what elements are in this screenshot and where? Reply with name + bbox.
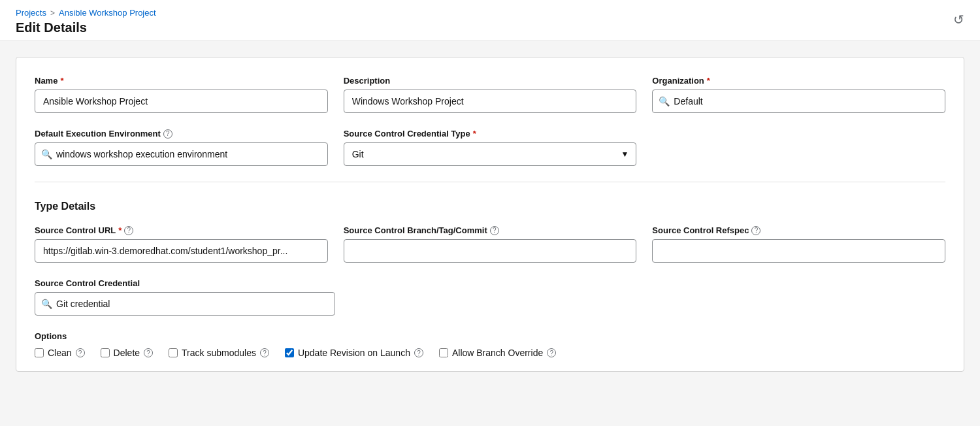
- source-branch-input[interactable]: [344, 239, 637, 263]
- track-submodules-checkbox[interactable]: [169, 348, 178, 357]
- update-revision-checkbox-item[interactable]: Update Revision on Launch ?: [285, 348, 423, 358]
- row-name-desc-org: Name * Description Organization * 🔍: [35, 76, 945, 113]
- allow-branch-label: Allow Branch Override: [452, 348, 543, 358]
- type-details-divider: [35, 182, 945, 182]
- delete-checkbox[interactable]: [101, 348, 110, 357]
- form-group-scm-type: Source Control Credential Type * Git SVN…: [344, 129, 637, 166]
- source-refspec-input[interactable]: [652, 239, 945, 263]
- clean-checkbox-item[interactable]: Clean ?: [35, 348, 85, 358]
- form-group-organization: Organization * 🔍: [652, 76, 945, 113]
- row-credential: Source Control Credential 🔍: [35, 278, 945, 316]
- breadcrumb-separator: >: [50, 8, 55, 18]
- form-group-source-refspec: Source Control Refspec ?: [652, 225, 945, 263]
- options-section: Options Clean ? Delete ? Track submod: [35, 331, 945, 358]
- form-group-name: Name *: [35, 76, 328, 113]
- description-label: Description: [344, 76, 637, 86]
- execution-env-input[interactable]: [35, 142, 328, 166]
- update-revision-help-icon[interactable]: ?: [414, 348, 423, 357]
- breadcrumb-projects-link[interactable]: Projects: [16, 8, 46, 18]
- update-revision-label: Update Revision on Launch: [298, 348, 410, 358]
- credential-input[interactable]: [35, 292, 335, 316]
- scm-type-required: *: [473, 129, 476, 139]
- main-content: Name * Description Organization * 🔍: [0, 41, 980, 387]
- source-refspec-label: Source Control Refspec ?: [652, 225, 945, 235]
- page-title: Edit Details: [16, 20, 964, 35]
- org-required: *: [707, 76, 710, 86]
- source-url-required: *: [118, 225, 122, 235]
- allow-branch-checkbox-item[interactable]: Allow Branch Override ?: [439, 348, 556, 358]
- execution-env-wrapper: 🔍: [35, 142, 328, 166]
- form-card: Name * Description Organization * 🔍: [16, 57, 964, 372]
- history-icon[interactable]: ↺: [953, 12, 964, 27]
- options-row: Clean ? Delete ? Track submodules ?: [35, 348, 945, 358]
- name-label: Name *: [35, 76, 328, 86]
- top-bar: Projects > Ansible Workshop Project Edit…: [0, 0, 980, 41]
- delete-help-icon[interactable]: ?: [144, 348, 153, 357]
- organization-input[interactable]: [652, 90, 945, 113]
- scm-type-select-wrapper: Git SVN Insights Remote Archive ▼: [344, 142, 637, 166]
- organization-field-wrapper: 🔍: [652, 90, 945, 113]
- allow-branch-checkbox[interactable]: [439, 348, 448, 357]
- breadcrumb-current: Ansible Workshop Project: [59, 8, 156, 18]
- credential-wrapper: 🔍: [35, 292, 335, 316]
- form-group-placeholder: [652, 129, 945, 166]
- row-source-url-branch-refspec: Source Control URL * ? Source Control Br…: [35, 225, 945, 263]
- name-input[interactable]: [35, 90, 328, 113]
- source-branch-label: Source Control Branch/Tag/Commit ?: [344, 225, 637, 235]
- scm-type-label: Source Control Credential Type *: [344, 129, 637, 139]
- clean-help-icon[interactable]: ?: [76, 348, 85, 357]
- form-group-source-branch: Source Control Branch/Tag/Commit ?: [344, 225, 637, 263]
- update-revision-checkbox[interactable]: [285, 348, 294, 357]
- row-exec-scm: Default Execution Environment ? 🔍 Source…: [35, 129, 945, 166]
- source-url-label: Source Control URL * ?: [35, 225, 328, 235]
- clean-checkbox[interactable]: [35, 348, 44, 357]
- form-group-description: Description: [344, 76, 637, 113]
- track-submodules-help-icon[interactable]: ?: [260, 348, 269, 357]
- form-group-credential: Source Control Credential 🔍: [35, 278, 335, 316]
- name-required: *: [60, 76, 63, 86]
- source-url-input[interactable]: [35, 239, 328, 263]
- delete-checkbox-item[interactable]: Delete ?: [101, 348, 153, 358]
- track-submodules-checkbox-item[interactable]: Track submodules ?: [169, 348, 269, 358]
- form-group-execution-env: Default Execution Environment ? 🔍: [35, 129, 328, 166]
- clean-label: Clean: [48, 348, 72, 358]
- type-details-title: Type Details: [35, 198, 945, 212]
- form-group-source-url: Source Control URL * ?: [35, 225, 328, 263]
- options-label: Options: [35, 331, 945, 341]
- delete-label: Delete: [114, 348, 140, 358]
- source-branch-help-icon[interactable]: ?: [490, 226, 499, 235]
- source-refspec-help-icon[interactable]: ?: [751, 226, 760, 235]
- organization-label: Organization *: [652, 76, 945, 86]
- allow-branch-help-icon[interactable]: ?: [547, 348, 556, 357]
- description-input[interactable]: [344, 90, 637, 113]
- credential-label: Source Control Credential: [35, 278, 335, 288]
- track-submodules-label: Track submodules: [182, 348, 256, 358]
- breadcrumb: Projects > Ansible Workshop Project: [16, 8, 964, 18]
- execution-env-help-icon[interactable]: ?: [163, 129, 172, 139]
- scm-type-select[interactable]: Git SVN Insights Remote Archive: [344, 142, 637, 166]
- execution-env-label: Default Execution Environment ?: [35, 129, 328, 139]
- source-url-help-icon[interactable]: ?: [124, 226, 133, 235]
